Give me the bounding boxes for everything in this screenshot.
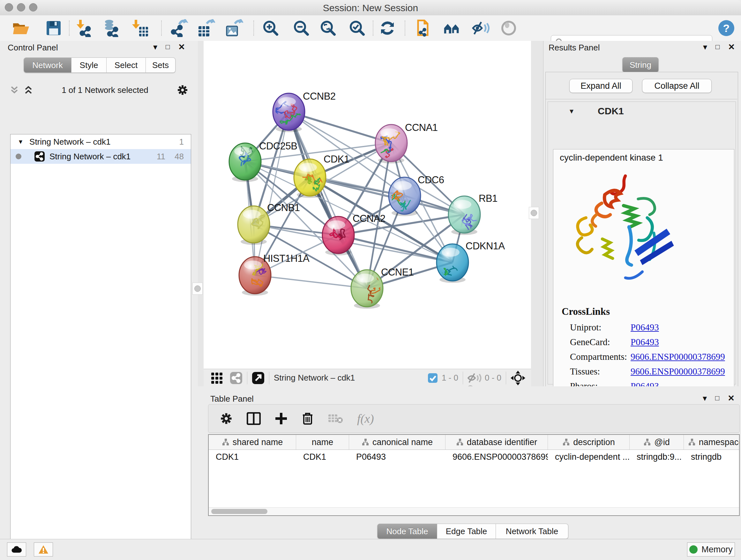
selected-checkbox-icon[interactable] [428, 373, 438, 383]
import-network-file-icon[interactable] [75, 20, 93, 37]
table-panel-close-button[interactable]: ✕ [728, 394, 735, 402]
expand-all-button[interactable]: Expand All [569, 79, 632, 93]
string-results-container: Expand All Collapse All ▾ CDK1 cyclin-de… [545, 72, 738, 387]
table-cell[interactable]: stringdb [684, 450, 740, 464]
table-options-gear-icon[interactable] [220, 412, 232, 425]
results-panel-float-button[interactable]: ▾ [703, 43, 707, 51]
tab-string[interactable]: String [622, 57, 659, 72]
node-attribute-table: shared namenamecanonical namedatabase id… [208, 434, 740, 516]
results-panel-tabs: String [622, 57, 659, 72]
tab-node-table[interactable]: Node Table [377, 523, 437, 539]
tab-style[interactable]: Style [71, 57, 107, 73]
network-canvas[interactable]: CCNB2CCNA1CDC25BCDK1CDC6RB1CCNB1CCNA2CDK… [204, 41, 531, 369]
help-icon[interactable]: ? [718, 20, 735, 37]
toolbar-separator [161, 20, 162, 36]
column-header-shared-name[interactable]: shared name [209, 435, 296, 449]
tab-edge-table[interactable]: Edge Table [437, 523, 496, 539]
control-panel-maximize-button[interactable]: □ [165, 44, 170, 51]
hide-selected-icon[interactable] [472, 20, 489, 37]
table-cell[interactable]: P06493 [349, 450, 446, 464]
export-table-icon[interactable] [197, 20, 215, 37]
crosslink-link[interactable]: P06493 [630, 337, 659, 348]
table-panel-float-button[interactable]: ▾ [703, 394, 707, 402]
tab-network[interactable]: Network [23, 57, 71, 73]
results-panel-maximize-button[interactable]: □ [716, 44, 720, 51]
toolbar-separator [506, 372, 506, 384]
column-header-namespace[interactable]: namespace [684, 435, 740, 449]
svg-text:?: ? [723, 22, 730, 34]
table-row[interactable]: CDK1CDK1P064939606.ENSP00000378699cyclin… [209, 450, 739, 464]
network-column-icon [688, 438, 696, 446]
crosslink-link[interactable]: 9606.ENSP00000378699 [630, 366, 725, 377]
table-cell[interactable]: CDK1 [296, 450, 349, 464]
crosslink-link[interactable]: P06493 [630, 322, 659, 333]
left-splitter-handle[interactable] [192, 283, 203, 295]
crosslink-label: Tissues: [570, 366, 630, 377]
column-header-label: @id [654, 437, 670, 447]
crosslinks-list: Uniprot:P06493GeneCard:P06493Compartment… [570, 320, 730, 393]
column-header-canonical-name[interactable]: canonical name [349, 435, 446, 449]
control-panel-float-button[interactable]: ▾ [153, 43, 157, 51]
zoom-in-icon[interactable] [262, 20, 280, 37]
section-expander-icon[interactable]: ▾ [569, 107, 574, 116]
right-splitter-handle[interactable] [529, 207, 539, 219]
collapse-all-icon[interactable] [10, 85, 19, 95]
memory-status-dot [689, 545, 697, 554]
expand-all-icon[interactable] [23, 85, 33, 95]
column-header--id[interactable]: @id [630, 435, 684, 449]
style-share-icon[interactable] [230, 372, 243, 384]
save-session-icon[interactable] [45, 20, 63, 37]
delete-column-icon[interactable] [301, 412, 314, 425]
first-neighbors-icon[interactable] [443, 20, 461, 37]
import-table-icon[interactable] [131, 20, 149, 37]
table-cell[interactable]: CDK1 [209, 450, 296, 464]
export-network-icon[interactable] [171, 20, 188, 37]
control-panel-close-button[interactable]: ✕ [178, 43, 185, 51]
crosslink-link[interactable]: 9606.ENSP00000378699 [630, 352, 725, 362]
memory-label: Memory [701, 545, 733, 555]
collapse-all-button[interactable]: Collapse All [642, 79, 712, 93]
open-session-icon[interactable] [12, 20, 30, 37]
table-cell[interactable]: stringdb:9... [630, 450, 684, 464]
table-panel-maximize-button[interactable]: □ [715, 395, 719, 401]
add-column-icon[interactable] [275, 412, 287, 425]
hidden-eye-icon[interactable] [468, 372, 482, 384]
clone-network-icon[interactable] [415, 20, 433, 37]
toolbar-separator [269, 372, 269, 384]
table-panel: Table Panel ▾ □ ✕ f(x) shared namenameca… [198, 386, 741, 539]
network-row[interactable]: String Network – cdk1 11 48 [10, 149, 191, 164]
tree-expander-icon[interactable]: ▾ [19, 138, 22, 146]
open-in-window-icon[interactable] [252, 372, 265, 384]
node-label-CCNB1: CCNB1 [267, 202, 300, 213]
column-header-database-identifier[interactable]: database identifier [446, 435, 548, 449]
show-columns-icon[interactable] [247, 412, 261, 425]
network-collection-row[interactable]: ▾ String Network – cdk1 1 [10, 134, 191, 149]
warnings-button[interactable] [34, 543, 53, 557]
scrollbar-thumb[interactable] [211, 509, 267, 514]
birdseye-grid-icon[interactable] [211, 372, 223, 384]
zoom-out-icon[interactable] [292, 20, 310, 37]
node-label-RB1: RB1 [479, 193, 497, 204]
network-options-gear-icon[interactable] [177, 84, 188, 96]
column-header-description[interactable]: description [548, 435, 630, 449]
table-cell[interactable]: 9606.ENSP00000378699 [446, 450, 548, 464]
toolbar-separator [247, 372, 247, 384]
zoom-selected-icon[interactable] [348, 20, 366, 37]
graphics-detail-icon[interactable] [500, 20, 518, 37]
memory-button[interactable]: Memory [687, 543, 735, 557]
refresh-layout-icon[interactable] [379, 20, 396, 37]
table-cell[interactable]: cyclin-dependent ... [548, 450, 630, 464]
tab-select[interactable]: Select [107, 57, 146, 73]
export-image-icon[interactable] [225, 20, 243, 37]
window-title: Session: New Session [0, 3, 741, 13]
table-horizontal-scrollbar[interactable] [209, 507, 739, 515]
results-panel-close-button[interactable]: ✕ [728, 43, 735, 51]
cloud-status-button[interactable] [7, 543, 26, 557]
gene-section-header[interactable]: ▾ CDK1 [548, 105, 736, 118]
tab-network-table[interactable]: Network Table [496, 523, 568, 539]
column-header-name[interactable]: name [296, 435, 349, 449]
import-network-database-icon[interactable] [102, 20, 120, 37]
tab-sets[interactable]: Sets [146, 57, 176, 73]
fit-content-crosshair-icon[interactable] [511, 371, 525, 385]
zoom-fit-icon[interactable] [319, 20, 337, 37]
